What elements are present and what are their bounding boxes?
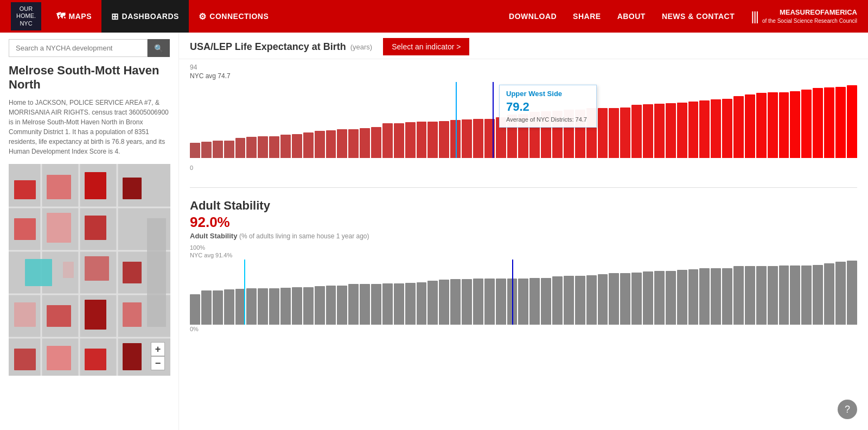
life-exp-bar[interactable] xyxy=(269,136,279,158)
stability-bar[interactable] xyxy=(768,266,778,325)
life-exp-bar[interactable] xyxy=(699,100,710,158)
life-exp-bar[interactable] xyxy=(427,122,438,158)
stability-bar[interactable] xyxy=(337,286,347,325)
stability-bar[interactable] xyxy=(292,287,302,325)
life-exp-bar[interactable] xyxy=(768,92,778,158)
stability-bar[interactable] xyxy=(631,273,642,325)
nav-maps[interactable]: 🗺 MAPS xyxy=(47,0,101,33)
life-exp-bar[interactable] xyxy=(835,87,846,158)
stability-bar[interactable] xyxy=(541,278,551,325)
life-exp-bar[interactable] xyxy=(733,96,744,158)
select-indicator-button[interactable]: Select an indicator > xyxy=(383,38,469,55)
life-exp-bar[interactable] xyxy=(439,121,449,158)
life-exp-bar[interactable] xyxy=(688,102,699,158)
life-exp-bar[interactable] xyxy=(292,134,302,158)
stability-bar[interactable] xyxy=(518,279,528,325)
stability-bar[interactable] xyxy=(315,286,325,325)
life-exp-bar[interactable] xyxy=(677,103,687,158)
life-exp-bar[interactable] xyxy=(801,90,812,158)
stability-bar[interactable] xyxy=(348,284,359,325)
stability-bar[interactable] xyxy=(529,278,540,325)
life-exp-bar[interactable] xyxy=(847,85,857,158)
nav-download-link[interactable]: DOWNLOAD xyxy=(509,12,557,21)
life-exp-bar[interactable] xyxy=(824,87,834,158)
stability-bar[interactable] xyxy=(360,284,370,325)
stability-bar[interactable] xyxy=(790,265,800,325)
life-exp-bar[interactable] xyxy=(348,129,359,158)
life-exp-bar[interactable] xyxy=(756,93,767,158)
nav-connections[interactable]: ⚙ CONNECTIONS xyxy=(189,0,278,33)
site-logo[interactable]: OUR HOME. NYC xyxy=(11,2,41,30)
stability-bar[interactable] xyxy=(382,283,393,325)
stability-bar[interactable] xyxy=(677,270,687,325)
life-exp-bar[interactable] xyxy=(326,130,336,158)
stability-bar[interactable] xyxy=(801,265,812,325)
stability-bar[interactable] xyxy=(190,294,200,325)
life-exp-bar[interactable] xyxy=(779,92,789,158)
life-exp-bar[interactable] xyxy=(790,91,800,158)
life-exp-bar[interactable] xyxy=(745,94,755,158)
life-exp-bar[interactable] xyxy=(620,108,630,158)
life-exp-bar[interactable] xyxy=(654,104,665,158)
life-exp-bar[interactable] xyxy=(417,122,427,158)
stability-bar[interactable] xyxy=(722,268,732,325)
life-exp-bar[interactable] xyxy=(598,108,608,158)
stability-bar[interactable] xyxy=(688,269,699,325)
life-exp-bar[interactable] xyxy=(280,135,291,158)
life-exp-bar[interactable] xyxy=(462,119,472,158)
life-exp-bar[interactable] xyxy=(235,138,246,158)
stability-bar[interactable] xyxy=(609,273,619,325)
stability-bar[interactable] xyxy=(733,266,744,325)
stability-bar[interactable] xyxy=(484,279,495,325)
stability-bar[interactable] xyxy=(824,263,834,325)
map-canvas[interactable]: + − xyxy=(9,164,170,376)
stability-bar[interactable] xyxy=(473,279,483,325)
stability-bar[interactable] xyxy=(417,282,427,325)
stability-bar[interactable] xyxy=(201,290,212,325)
stability-bar[interactable] xyxy=(813,265,823,325)
stability-bar[interactable] xyxy=(462,279,472,325)
stability-bar[interactable] xyxy=(213,290,223,325)
life-exp-bar[interactable] xyxy=(643,104,653,158)
stability-bar[interactable] xyxy=(654,271,665,325)
life-exp-bar[interactable] xyxy=(246,137,257,158)
stability-bar[interactable] xyxy=(666,271,676,325)
life-exp-bar[interactable] xyxy=(213,141,223,158)
nav-share-link[interactable]: SHARE xyxy=(573,12,601,21)
zoom-out-button[interactable]: − xyxy=(151,356,165,370)
stability-bar[interactable] xyxy=(620,273,630,325)
nav-dashboards[interactable]: ⊞ DASHBOARDS xyxy=(101,0,189,33)
life-exp-bar[interactable] xyxy=(258,136,268,158)
stability-bar[interactable] xyxy=(552,276,563,325)
stability-bar[interactable] xyxy=(847,261,857,325)
zoom-in-button[interactable]: + xyxy=(151,342,165,356)
stability-bar[interactable] xyxy=(439,280,449,325)
stability-bar[interactable] xyxy=(326,286,336,325)
stability-bar[interactable] xyxy=(779,265,789,325)
nav-about-link[interactable]: ABOUT xyxy=(617,12,646,21)
life-exp-bar[interactable] xyxy=(722,99,732,158)
stability-bar[interactable] xyxy=(303,287,314,325)
life-exp-bar[interactable] xyxy=(224,141,234,158)
stability-bar[interactable] xyxy=(711,268,721,325)
stability-bar[interactable] xyxy=(371,284,381,325)
life-exp-bar[interactable] xyxy=(371,127,381,158)
life-exp-bar[interactable] xyxy=(813,88,823,158)
stability-bar[interactable] xyxy=(586,275,597,325)
stability-bar[interactable] xyxy=(598,274,608,325)
life-exp-bar[interactable] xyxy=(473,119,483,158)
life-exp-bar[interactable] xyxy=(315,131,325,158)
stability-bar[interactable] xyxy=(269,288,279,325)
stability-bar[interactable] xyxy=(575,276,585,325)
life-exp-bar[interactable] xyxy=(360,128,370,158)
stability-bar[interactable] xyxy=(280,288,291,325)
stability-bar[interactable] xyxy=(699,268,710,325)
life-exp-bar[interactable] xyxy=(394,123,404,159)
life-exp-bar[interactable] xyxy=(405,122,416,158)
life-exp-bar[interactable] xyxy=(666,103,676,158)
stability-bar[interactable] xyxy=(450,279,461,325)
stability-bar[interactable] xyxy=(745,266,755,325)
life-exp-bar[interactable] xyxy=(190,143,200,158)
life-exp-bar[interactable] xyxy=(303,132,314,158)
stability-bar[interactable] xyxy=(246,288,257,325)
